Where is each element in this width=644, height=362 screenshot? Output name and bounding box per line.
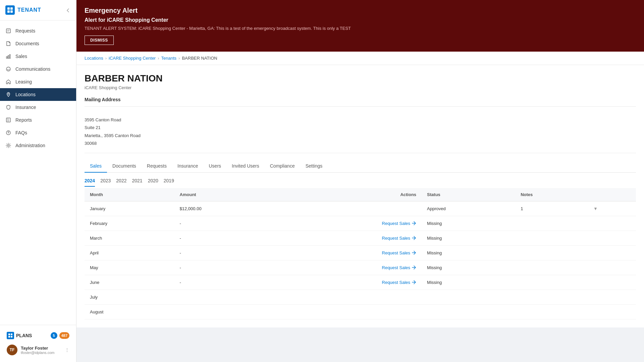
cell-notes xyxy=(515,304,588,319)
alert-title: Emergency Alert xyxy=(85,7,636,14)
year-tab-2022[interactable]: 2022 xyxy=(116,178,126,187)
sidebar-item-administration[interactable]: Administration xyxy=(0,139,76,152)
cell-notes: 1 xyxy=(515,201,588,216)
sidebar-item-sales[interactable]: Sales xyxy=(0,50,76,63)
breadcrumb: Locations › iCARE Shopping Center › Tena… xyxy=(76,52,644,65)
cell-amount xyxy=(174,290,278,304)
breadcrumb-sep-3: › xyxy=(178,56,180,61)
year-tab-2023[interactable]: 2023 xyxy=(100,178,111,187)
sidebar-item-reports[interactable]: Reports xyxy=(0,114,76,126)
table-row: May - Request Sales Missing xyxy=(85,260,636,275)
cell-notes xyxy=(515,245,588,260)
main-nav: Requests Documents Sales Communications … xyxy=(0,20,76,325)
cell-amount: - xyxy=(174,260,278,275)
table-row: July xyxy=(85,290,636,304)
cell-amount xyxy=(174,304,278,319)
request-sales-link-april[interactable]: Request Sales xyxy=(382,250,417,255)
cell-notes xyxy=(515,231,588,245)
sidebar-item-label-documents: Documents xyxy=(15,41,39,46)
sidebar-item-faqs[interactable]: FAQs xyxy=(0,126,76,139)
logo-icon xyxy=(5,5,15,15)
plans-icon xyxy=(7,332,14,339)
plans-section: PLANS 5 487 xyxy=(4,329,72,342)
cell-month: April xyxy=(85,245,174,260)
col-status: Status xyxy=(422,188,515,201)
tab-requests[interactable]: Requests xyxy=(142,160,172,173)
year-tab-2020[interactable]: 2020 xyxy=(148,178,158,187)
cell-status: Missing xyxy=(422,231,515,245)
sidebar-item-label-administration: Administration xyxy=(15,143,45,148)
year-tab-2019[interactable]: 2019 xyxy=(164,178,174,187)
tab-invited-users[interactable]: Invited Users xyxy=(226,160,265,173)
sidebar-item-communications[interactable]: Communications xyxy=(0,63,76,75)
cell-month: July xyxy=(85,290,174,304)
request-sales-link-june[interactable]: Request Sales xyxy=(382,280,417,285)
mailing-address: 3595 Canton Road Suite 21 Marietta., 359… xyxy=(85,111,636,153)
sidebar-item-locations[interactable]: Locations xyxy=(0,88,76,101)
tab-users[interactable]: Users xyxy=(203,160,226,173)
cell-month: February xyxy=(85,216,174,231)
tab-insurance[interactable]: Insurance xyxy=(172,160,203,173)
user-menu-button[interactable]: ⋮ xyxy=(65,347,69,353)
sidebar-bottom: PLANS 5 487 TF Taylor Foster tfoster@idp… xyxy=(0,325,76,362)
year-tab-2021[interactable]: 2021 xyxy=(132,178,142,187)
table-row: April - Request Sales Missing xyxy=(85,245,636,260)
cell-expand xyxy=(588,304,636,319)
dismiss-alert-button[interactable]: DISMISS xyxy=(85,36,114,45)
cell-status: Missing xyxy=(422,245,515,260)
svg-rect-1 xyxy=(10,7,13,10)
cell-month: January xyxy=(85,201,174,216)
expand-row-icon[interactable]: ▼ xyxy=(593,206,598,211)
breadcrumb-locations[interactable]: Locations xyxy=(85,56,103,61)
cell-month: August xyxy=(85,304,174,319)
sidebar-item-leasing[interactable]: Leasing xyxy=(0,75,76,88)
cell-actions: Request Sales xyxy=(278,231,422,245)
cell-status xyxy=(422,304,515,319)
sidebar-item-documents[interactable]: Documents xyxy=(0,37,76,50)
request-sales-link-may[interactable]: Request Sales xyxy=(382,265,417,270)
cell-status: Missing xyxy=(422,260,515,275)
content-area: Locations › iCARE Shopping Center › Tena… xyxy=(76,52,644,362)
svg-rect-0 xyxy=(7,7,10,10)
tab-documents[interactable]: Documents xyxy=(107,160,142,173)
collapse-sidebar-button[interactable] xyxy=(65,7,71,13)
svg-point-8 xyxy=(6,67,10,71)
alert-body: TENANT ALERT SYSTEM: iCARE Shopping Cent… xyxy=(85,26,636,31)
breadcrumb-current: BARBER NATION xyxy=(182,56,217,61)
request-sales-link-march[interactable]: Request Sales xyxy=(382,236,417,241)
sidebar-item-requests[interactable]: Requests xyxy=(0,24,76,37)
col-expand xyxy=(588,188,636,201)
tab-sales[interactable]: Sales xyxy=(85,160,107,173)
cell-actions: Request Sales xyxy=(278,245,422,260)
col-month: Month xyxy=(85,188,174,201)
table-header-row: Month Amount Actions Status Notes xyxy=(85,188,636,201)
cell-actions: Request Sales xyxy=(278,275,422,290)
plans-logo: PLANS xyxy=(7,332,32,339)
tab-settings[interactable]: Settings xyxy=(300,160,328,173)
cell-status xyxy=(422,290,515,304)
svg-rect-14 xyxy=(8,334,10,335)
cell-status: Approved xyxy=(422,201,515,216)
user-name: Taylor Foster xyxy=(21,346,61,351)
emergency-alert-banner: Emergency Alert Alert for iCARE Shopping… xyxy=(76,0,644,52)
comm-icon xyxy=(5,66,11,72)
table-row: February - Request Sales Missing xyxy=(85,216,636,231)
svg-rect-7 xyxy=(9,55,10,58)
sidebar-item-insurance[interactable]: Insurance xyxy=(0,101,76,114)
table-row: June - Request Sales Missing xyxy=(85,275,636,290)
breadcrumb-tenants[interactable]: Tenants xyxy=(161,56,177,61)
address-line2: Suite 21 xyxy=(85,124,636,131)
cell-expand xyxy=(588,260,636,275)
tenant-page: BARBER NATION iCARE Shopping Center Mail… xyxy=(76,65,644,327)
svg-point-13 xyxy=(8,145,9,146)
app-name: TENANT xyxy=(17,7,41,13)
breadcrumb-shopping-center[interactable]: iCARE Shopping Center xyxy=(109,56,156,61)
tab-compliance[interactable]: Compliance xyxy=(265,160,300,173)
alert-subtitle: Alert for iCARE Shopping Center xyxy=(85,17,636,23)
insurance-icon xyxy=(5,104,11,110)
cell-amount: - xyxy=(174,231,278,245)
col-actions: Actions xyxy=(278,188,422,201)
request-sales-link-february[interactable]: Request Sales xyxy=(382,221,417,226)
year-tab-2024[interactable]: 2024 xyxy=(85,178,95,187)
year-tabs: 202420232022202120202019 xyxy=(85,173,636,187)
